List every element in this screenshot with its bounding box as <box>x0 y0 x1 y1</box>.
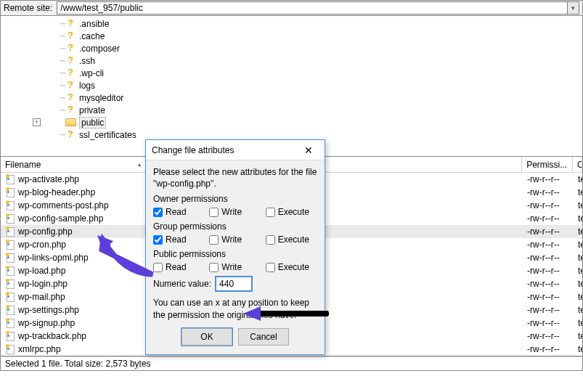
php-file-icon <box>5 240 15 250</box>
tree-item-label: ssl_certificates <box>79 130 136 140</box>
file-owner: test ww... <box>574 318 582 328</box>
col-permissions[interactable]: Permissi... <box>522 157 573 172</box>
file-owner: test ww... <box>574 331 582 341</box>
status-bar: Selected 1 file. Total size: 2,573 bytes <box>0 356 583 371</box>
remote-site-bar: Remote site: /www/test_957/public ▾ <box>0 0 583 16</box>
folder-unknown-icon <box>66 57 76 65</box>
cancel-button[interactable]: Cancel <box>238 328 289 346</box>
file-owner: test ww... <box>574 200 582 211</box>
file-permissions: -rw-r--r-- <box>523 292 574 302</box>
tree-item[interactable]: ┈mysqleditor <box>1 91 582 104</box>
group-perms-label: Group permissions <box>153 221 317 232</box>
file-permissions: -rw-r--r-- <box>523 174 574 184</box>
php-file-icon <box>5 292 15 302</box>
remote-path-dropdown[interactable]: ▾ <box>568 1 579 15</box>
tree-item-label: mysqleditor <box>79 93 123 103</box>
owner-execute-checkbox[interactable]: Execute <box>266 207 317 217</box>
col-filename[interactable]: Filename ▴ <box>1 157 146 172</box>
group-write-checkbox[interactable]: Write <box>209 234 261 245</box>
tree-item[interactable]: ┈private <box>1 104 582 116</box>
folder-unknown-icon <box>66 20 76 28</box>
tree-item[interactable]: ┈logs <box>1 79 582 91</box>
folder-unknown-icon <box>66 81 76 90</box>
folder-unknown-icon <box>66 131 76 139</box>
tree-item[interactable]: ┈.cache <box>1 30 582 42</box>
php-file-icon <box>5 305 15 315</box>
remote-site-label: Remote site: <box>4 3 52 13</box>
group-execute-checkbox[interactable]: Execute <box>266 234 317 245</box>
folder-unknown-icon <box>66 44 76 53</box>
file-name: wp-signup.php <box>18 318 75 328</box>
col-owner[interactable]: Owner/G... <box>573 157 582 172</box>
file-owner: test ww... <box>574 187 582 197</box>
expand-icon[interactable]: + <box>33 118 41 126</box>
folder-unknown-icon <box>66 69 76 78</box>
tree-item[interactable]: ┈.wp-cli <box>1 67 582 79</box>
folder-unknown-icon <box>66 32 76 41</box>
ok-button[interactable]: OK <box>182 328 232 346</box>
close-icon[interactable]: ✕ <box>298 143 319 158</box>
file-permissions: -rw-r--r-- <box>523 279 574 289</box>
file-permissions: -rw-r--r-- <box>523 344 574 354</box>
php-file-icon <box>5 213 15 224</box>
file-permissions: -rw-r--r-- <box>523 305 574 315</box>
file-name: wp-config-sample.php <box>18 213 103 224</box>
file-permissions: -rw-r--r-- <box>523 253 574 263</box>
tree-item-label: .wp-cli <box>79 68 104 78</box>
remote-tree[interactable]: ┈.ansible┈.cache┈.composer┈.ssh┈.wp-cli┈… <box>0 16 583 157</box>
dialog-title: Change file attributes <box>152 145 298 155</box>
numeric-value-label: Numeric value: <box>153 279 211 289</box>
file-owner: test ww... <box>574 344 582 354</box>
numeric-value-input[interactable] <box>216 277 252 291</box>
file-name: wp-blog-header.php <box>18 187 95 197</box>
file-owner: test ww... <box>574 279 582 289</box>
folder-open-icon <box>65 118 76 126</box>
file-permissions: -rw-r--r-- <box>523 318 574 328</box>
remote-path-input[interactable]: /www/test_957/public <box>57 1 568 15</box>
dialog-hint: You can use an x at any position to keep… <box>153 297 317 320</box>
dialog-titlebar[interactable]: Change file attributes ✕ <box>146 140 325 160</box>
tree-item-label: private <box>79 105 105 115</box>
file-name: wp-comments-post.php <box>18 200 109 211</box>
dialog-message: Please select the new attributes for the… <box>153 166 317 189</box>
folder-unknown-icon <box>66 94 76 102</box>
php-file-icon <box>5 187 15 197</box>
file-name: xmlrpc.php <box>18 344 61 354</box>
php-file-icon <box>5 200 15 211</box>
owner-write-checkbox[interactable]: Write <box>209 207 261 217</box>
tree-item-label: .ansible <box>79 19 109 29</box>
public-write-checkbox[interactable]: Write <box>209 262 261 272</box>
folder-unknown-icon <box>66 106 76 115</box>
php-file-icon <box>5 253 15 263</box>
file-permissions: -rw-r--r-- <box>523 331 574 341</box>
php-file-icon <box>5 279 15 289</box>
tree-item[interactable]: ┈.ssh <box>1 54 582 67</box>
file-permissions: -rw-r--r-- <box>523 266 574 276</box>
tree-item-label: .ssh <box>79 56 95 66</box>
tree-item[interactable]: + public <box>1 116 582 128</box>
tree-item[interactable]: ┈.composer <box>1 42 582 54</box>
file-permissions: -rw-r--r-- <box>523 200 574 211</box>
owner-read-checkbox[interactable]: Read <box>153 207 205 217</box>
php-file-icon <box>5 226 15 237</box>
file-name: wp-activate.php <box>18 174 79 184</box>
public-read-checkbox[interactable]: Read <box>153 262 205 272</box>
tree-item-label: public <box>79 117 106 128</box>
file-name: wp-login.php <box>18 279 68 289</box>
file-permissions: -rw-r--r-- <box>523 240 574 250</box>
file-permissions: -rw-r--r-- <box>523 226 574 237</box>
group-read-checkbox[interactable]: Read <box>153 234 205 245</box>
file-name: wp-settings.php <box>18 305 79 315</box>
tree-item-label: .composer <box>79 44 120 54</box>
file-owner: test ww... <box>574 253 582 263</box>
file-name: wp-trackback.php <box>18 331 86 341</box>
public-execute-checkbox[interactable]: Execute <box>266 262 317 272</box>
file-permissions: -rw-r--r-- <box>523 187 574 197</box>
owner-perms-label: Owner permissions <box>153 194 317 204</box>
file-name: wp-links-opml.php <box>18 253 89 263</box>
php-file-icon <box>5 344 15 354</box>
tree-item[interactable]: ┈.ansible <box>1 17 582 30</box>
file-owner: test ww... <box>574 292 582 302</box>
php-file-icon <box>5 174 15 184</box>
file-name: wp-load.php <box>18 266 65 276</box>
